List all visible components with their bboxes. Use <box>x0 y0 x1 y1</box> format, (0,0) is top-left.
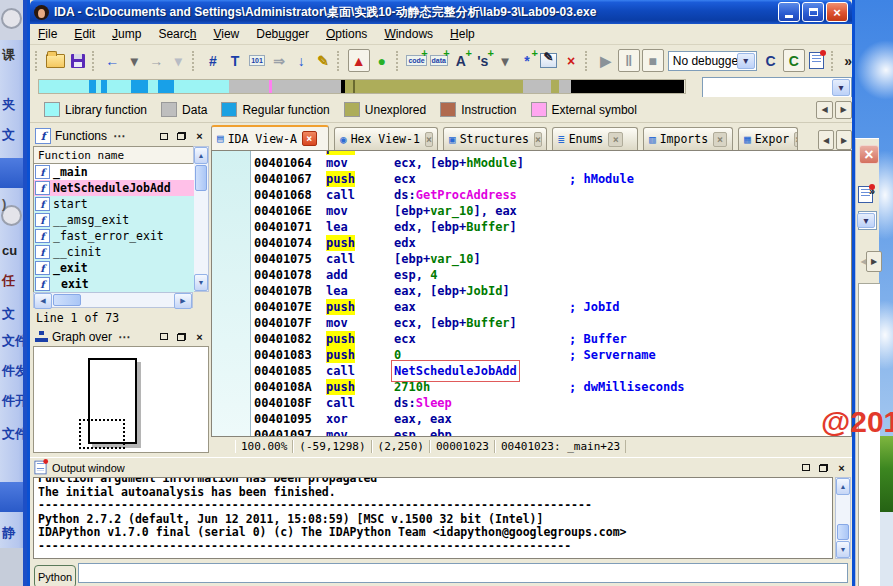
start-process-icon[interactable]: ▶ <box>596 50 616 71</box>
combo-chevron-icon[interactable]: ▾ <box>858 211 877 230</box>
minimize-button[interactable] <box>778 2 800 22</box>
make-code-icon[interactable]: code+ <box>406 50 426 71</box>
output-window-titlebar[interactable]: Output window × <box>30 458 852 477</box>
tab-close-icon[interactable]: × <box>425 132 433 147</box>
function-row[interactable]: fNetScheduleJobAdd <box>34 180 194 196</box>
scroll-down-icon[interactable]: ▼ <box>836 541 850 558</box>
make-string-dropdown-icon[interactable]: ▾ <box>495 50 515 71</box>
make-string-icon[interactable]: 's+ <box>473 50 493 71</box>
scroll-down-icon[interactable]: ▼ <box>194 274 208 291</box>
tab-close-icon[interactable]: × <box>608 132 623 147</box>
disasm-line[interactable]: 0040108Fcallds:Sleep <box>212 395 851 411</box>
legend-scroll-right-icon[interactable]: ▶ <box>835 101 852 119</box>
menu-view[interactable]: View <box>213 27 239 41</box>
disasm-line[interactable]: 0040108Apush2710h; dwMilliseconds <box>212 379 851 395</box>
scroll-up-icon[interactable]: ▲ <box>836 478 850 495</box>
pause-process-icon[interactable]: ‖ <box>618 49 640 72</box>
panel-close-icon[interactable]: × <box>192 330 207 344</box>
menu-jump[interactable]: Jump <box>112 27 141 41</box>
scroll-up-icon[interactable]: ▲ <box>194 147 208 164</box>
disasm-line[interactable]: 00401071leaedx, [ebp+Buffer] <box>212 219 851 235</box>
stop-process-icon[interactable]: ■ <box>642 49 664 72</box>
toolbar-overflow[interactable]: » <box>844 53 852 69</box>
toolbar-overflow-icon[interactable]: » <box>869 185 875 197</box>
disasm-line[interactable]: 00401085callNetScheduleJobAdd <box>212 363 851 379</box>
forward-dropdown-icon[interactable]: ▾ <box>168 50 188 71</box>
edit-function-icon[interactable] <box>539 50 559 71</box>
back-dropdown-icon[interactable]: ▾ <box>124 50 144 71</box>
tab-scroll-right-icon[interactable]: ▶ <box>836 130 852 150</box>
close-icon[interactable]: × <box>859 145 879 164</box>
python-input[interactable] <box>78 563 848 583</box>
search-address-icon[interactable]: # <box>203 50 223 71</box>
forward-icon[interactable]: → <box>146 50 166 71</box>
function-row[interactable]: f__cinit <box>34 244 194 260</box>
menu-debugger[interactable]: Debugger <box>256 27 309 41</box>
disasm-line[interactable]: 00401083push0; Servername <box>212 347 851 363</box>
disasm-line[interactable]: 00401067pushecx; hModule <box>212 171 851 187</box>
back-icon[interactable]: ← <box>102 50 122 71</box>
tab-close-icon[interactable]: × <box>713 132 727 147</box>
menu-help[interactable]: Help <box>450 27 475 41</box>
disasm-line[interactable]: 0040107Bleaeax, [ebp+JobId] <box>212 283 851 299</box>
tab-scroll-left-icon[interactable]: ◀ <box>818 130 834 150</box>
function-row[interactable]: f_fast_error_exit <box>34 228 194 244</box>
search-next-icon[interactable]: ⇒ <box>269 50 289 71</box>
panel-maximize-icon[interactable] <box>156 330 171 344</box>
scrollbar-thumb[interactable] <box>837 524 849 540</box>
panel-restore-icon[interactable] <box>174 129 189 143</box>
make-name-icon[interactable]: A+ <box>451 50 471 71</box>
function-row[interactable]: f_exit <box>34 260 194 276</box>
make-unknown-icon[interactable]: *+ <box>517 50 537 71</box>
menu-search[interactable]: Search <box>158 27 196 41</box>
navigator-combobox[interactable]: ▾ <box>702 77 852 98</box>
disasm-line[interactable]: 00401078addesp, 4 <box>212 267 851 283</box>
tab-ida-view-a[interactable]: ▤IDA View-A× <box>211 125 329 150</box>
disasm-line[interactable]: 00401095xoreax, eax <box>212 411 851 427</box>
panel-close-icon[interactable]: × <box>834 461 849 475</box>
run-to-c-icon[interactable]: C <box>783 49 805 72</box>
panel-restore-icon[interactable] <box>174 330 189 344</box>
panel-maximize-icon[interactable] <box>798 461 813 475</box>
chevron-down-icon[interactable]: ▾ <box>737 53 755 69</box>
ida-view-a[interactable]: pushoffset00401064movecx, [ebp+hModule]0… <box>211 150 852 437</box>
scroll-right-icon[interactable]: ▶ <box>174 293 192 309</box>
open-file-icon[interactable] <box>46 50 66 71</box>
scrollbar-thumb[interactable] <box>195 165 207 191</box>
close-button[interactable]: × <box>826 2 848 22</box>
tab-expor[interactable]: ▦Expor× <box>738 127 798 150</box>
output-vscrollbar[interactable]: ▲ ▼ <box>835 477 851 559</box>
menu-options[interactable]: Options <box>326 27 367 41</box>
save-icon[interactable] <box>68 50 88 71</box>
tab-imports[interactable]: ▥Imports× <box>643 127 733 150</box>
output-log[interactable]: Function argument information has been p… <box>33 477 833 559</box>
disasm-line[interactable]: 0040107Fmovecx, [ebp+Buffer] <box>212 315 851 331</box>
disasm-line[interactable]: 0040107Epusheax; JobId <box>212 299 851 315</box>
function-row[interactable]: fexit <box>34 276 194 292</box>
graph-overview-canvas[interactable] <box>33 346 209 453</box>
make-data-icon[interactable]: data+ <box>429 50 449 71</box>
graph-panel-titlebar[interactable]: Graph over ⋯ × <box>33 327 209 346</box>
disasm-line[interactable]: 0040106Emov[ebp+var_10], eax <box>212 203 851 219</box>
menu-windows[interactable]: Windows <box>384 27 433 41</box>
undefine-icon[interactable]: × <box>561 50 581 71</box>
legend-scroll-left-icon[interactable]: ◀ <box>816 101 833 119</box>
round-button-icon[interactable] <box>1 8 22 29</box>
tab-enums[interactable]: ≣Enums× <box>552 127 638 150</box>
tab-close-icon[interactable]: × <box>302 131 317 146</box>
menu-edit[interactable]: Edit <box>74 27 95 41</box>
jump-address-icon[interactable]: ↓ <box>291 50 311 71</box>
scripts-icon[interactable] <box>807 50 827 71</box>
search-text-icon[interactable]: T <box>225 50 245 71</box>
scroll-right-icon[interactable]: ▶ <box>866 251 882 272</box>
step-into-c-icon[interactable]: C <box>761 50 781 71</box>
tab-hex-view-1[interactable]: ◉Hex View-1× <box>334 127 438 150</box>
debugger-select[interactable]: No debugger▾ <box>668 51 757 71</box>
disasm-line[interactable]: 00401082pushecx; Buffer <box>212 331 851 347</box>
chevron-down-icon[interactable]: ▾ <box>832 79 850 96</box>
panel-restore-icon[interactable] <box>816 461 831 475</box>
function-name-column-header[interactable]: Function name <box>33 146 193 164</box>
python-button[interactable]: Python <box>34 565 76 586</box>
menu-file[interactable]: File <box>38 27 57 41</box>
maximize-button[interactable] <box>802 2 824 22</box>
